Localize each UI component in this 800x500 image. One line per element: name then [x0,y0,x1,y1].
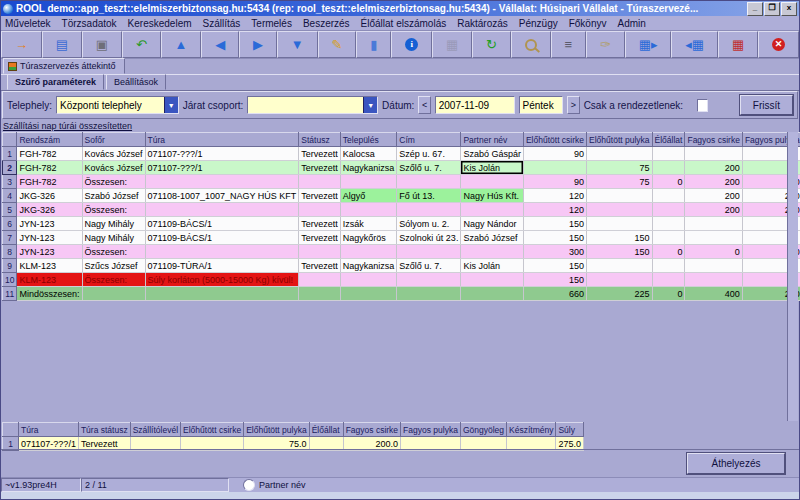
cell-eloallat[interactable]: 0 [652,287,685,301]
cell-eloallat[interactable] [652,273,685,287]
col-elohutott-pulyka[interactable]: Előhűtött pulyka [587,133,652,147]
cell-fagyos-csirke[interactable]: 400 [685,287,742,301]
cell-tura[interactable] [145,203,299,217]
col-fagyos-csirke[interactable]: Fagyos csirke [685,133,742,147]
list-view-button[interactable]: ≡ [551,31,586,58]
cell-tura[interactable]: 071109-TÚRA/1 [145,259,299,273]
col-elohutott-csirke[interactable]: Előhűtött csirke [523,133,586,147]
chevron-down-icon[interactable]: ▼ [363,97,377,113]
cell-eloallat[interactable] [652,147,685,161]
cell-partner-nev[interactable] [461,287,524,301]
col-fagyos-pulyka[interactable]: Fagyos pulyka [401,423,461,437]
col-telepules[interactable]: Település [340,133,397,147]
prev-record-button[interactable]: ◀ [201,31,239,58]
cell-tura[interactable]: 071107-???/1 [145,161,299,175]
cell-partner-nev[interactable]: Szabó József [461,231,524,245]
row-number[interactable]: 2 [3,161,17,175]
col-elohutott-pulyka[interactable]: Előhűtött pulyka [244,423,309,437]
minimize-button[interactable]: _ [747,2,763,16]
cell-rendszam[interactable]: Mindösszesen: [17,287,82,301]
save-button[interactable]: ▣ [82,31,122,58]
cell-rendszam[interactable]: FGH-782 [17,161,82,175]
cell-partner-nev[interactable] [461,273,524,287]
col-szallitolevel[interactable]: Szállítólevél [130,423,180,437]
cell-sofor[interactable]: Kovács József [82,161,145,175]
cell-eloallat[interactable] [652,231,685,245]
col-gongyoleg[interactable]: Göngyöleg [460,423,506,437]
menu-item-termeles[interactable]: Termelés [251,18,292,29]
cell-eloallat[interactable] [652,217,685,231]
cell-fagyos-csirke[interactable]: 0 [685,245,742,259]
row-number[interactable]: 4 [3,189,17,203]
cell-fagyos-csirke[interactable] [685,273,742,287]
cell-partner-nev[interactable] [461,175,524,189]
first-record-button[interactable]: ▲ [161,31,202,58]
cell-rendszam[interactable]: JKG-326 [17,203,82,217]
cell-sofor[interactable] [82,287,145,301]
prev-day-button[interactable]: < [418,96,430,114]
cell-cim[interactable] [397,287,461,301]
next-day-button[interactable]: > [567,96,579,114]
menu-item-beszerzes[interactable]: Beszerzés [303,18,350,29]
move-button[interactable]: Áthelyezés [687,453,785,474]
tab-filter-params[interactable]: Szűrő paraméterek [7,74,104,90]
col-tura-statusz[interactable]: Túra státusz [78,423,130,437]
cell-rendszam[interactable]: KLM-123 [17,273,82,287]
col-tura[interactable]: Túra [145,133,299,147]
undo-button[interactable]: ↶ [122,31,161,58]
search-button[interactable] [511,31,551,58]
cell-cim[interactable]: Szőlő u. 7. [397,259,461,273]
col-fagyos-csirke[interactable]: Fagyos csirke [343,423,400,437]
tab-tour-overview[interactable]: Túraszervezés áttekintő [3,58,125,74]
cell-elohutott-csirke[interactable]: 660 [523,287,586,301]
menu-item-kereskedelem[interactable]: Kereskedelem [128,18,192,29]
cell-statusz[interactable]: Tervezett [299,161,341,175]
cell-tura[interactable] [145,287,299,301]
cell-rendszam[interactable]: JKG-326 [17,189,82,203]
col-cim[interactable]: Cím [397,133,461,147]
cell-eloallat[interactable] [652,189,685,203]
row-number[interactable]: 11 [3,287,17,301]
cell-telepules[interactable] [340,203,397,217]
cell-sofor[interactable]: Összesen: [82,245,145,259]
menu-item-admin[interactable]: Admin [618,18,646,29]
menu-item-muveletek[interactable]: Műveletek [5,18,51,29]
refresh-button[interactable]: ↻ [472,31,511,58]
edit-button[interactable]: ✎ [318,31,357,58]
cell-rendszam[interactable]: JYN-123 [17,217,82,231]
tab-settings[interactable]: Beállítások [106,74,166,90]
row-number[interactable]: 5 [3,203,17,217]
cell-cim[interactable]: Sólyom u. 2. [397,217,461,231]
cell-tura[interactable]: 071108-1007_1007_NAGY HÚS KFT [145,189,299,203]
menu-item-fokonyv[interactable]: Főkönyv [569,18,607,29]
cell-statusz[interactable]: Tervezett [299,231,341,245]
cell-cim[interactable]: Szép u. 67. [397,147,461,161]
row-number[interactable]: 10 [3,273,17,287]
cell-telepules[interactable]: Kalocsa [340,147,397,161]
cell-elohutott-csirke[interactable]: 150 [523,259,586,273]
cell-rendszam[interactable]: KLM-123 [17,259,82,273]
cell-elohutott-csirke[interactable]: 150 [523,273,586,287]
cell-elohutott-csirke[interactable]: 300 [523,245,586,259]
chevron-down-icon[interactable]: ▼ [164,97,178,113]
col-rendszam[interactable]: Rendszám [17,133,82,147]
cell-sofor[interactable]: Szabó József [82,189,145,203]
cell-sofor[interactable]: Szűcs József [82,259,145,273]
cell-rendszam[interactable]: FGH-782 [17,147,82,161]
cell-sofor[interactable]: Összesen: [82,273,145,287]
cell-elohutott-pulyka[interactable] [587,273,652,287]
cell-elohutott-csirke[interactable]: 90 [523,147,586,161]
cell-eloallat[interactable] [652,161,685,175]
col-sofor[interactable]: Sofőr [82,133,145,147]
col-elohutott-csirke[interactable]: Előhűtött csirke [181,423,244,437]
cell-tura[interactable]: 071107-???/1 [145,147,299,161]
cell-rendszam[interactable]: JYN-123 [17,245,82,259]
cell-telepules[interactable]: Izsák [340,217,397,231]
row-number[interactable]: 9 [3,259,17,273]
vertical-scrollbar[interactable] [787,132,798,421]
cell-sofor[interactable]: Nagy Mihály [82,231,145,245]
row-number[interactable]: 3 [3,175,17,189]
cell-cim[interactable]: Szolnoki út 23. [397,231,461,245]
cell-statusz[interactable] [299,175,341,189]
calculator-button[interactable]: ▦ [432,31,472,58]
